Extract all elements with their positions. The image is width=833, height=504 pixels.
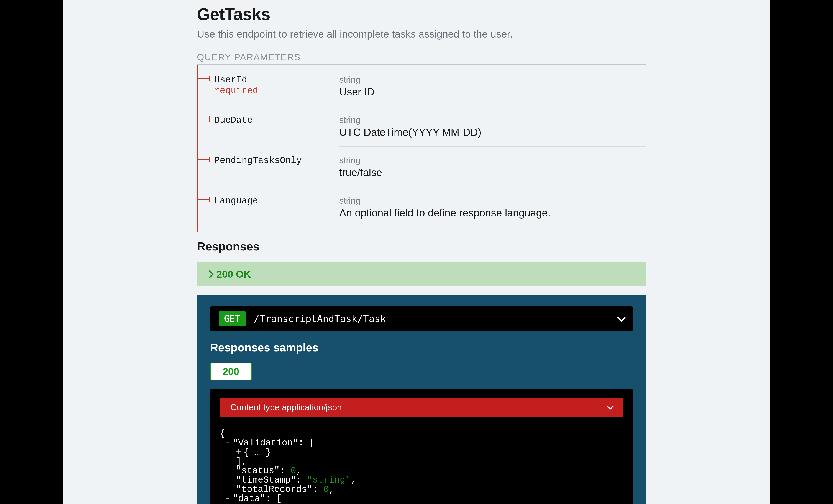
query-params-list: UserId required string User ID DueDate s… — [197, 65, 646, 227]
param-tree-tick — [197, 119, 209, 120]
json-key: "data" — [233, 494, 265, 504]
param-detail-col: string true/false — [339, 155, 646, 187]
content-type-label: Content type application/json — [230, 403, 608, 412]
param-name: Language — [214, 196, 339, 206]
json-string: "string" — [307, 475, 351, 485]
param-name-col: PendingTasksOnly — [197, 155, 339, 166]
chevron-down-icon — [617, 313, 626, 322]
param-row: PendingTasksOnly string true/false — [197, 147, 646, 187]
param-type: string — [339, 155, 646, 165]
param-name-col: UserId required — [197, 75, 339, 96]
param-required-label: required — [214, 86, 339, 96]
json-key: "timeStamp" — [236, 475, 296, 485]
response-200-row[interactable]: 200 OK — [197, 262, 646, 287]
json-key: "totalRecords" — [236, 484, 313, 495]
json-number: 0 — [324, 484, 329, 495]
param-row: UserId required string User ID — [197, 65, 646, 106]
page-title: GetTasks — [197, 4, 646, 24]
endpoint-path: /TranscriptAndTask/Task — [254, 313, 610, 324]
json-sample: { -"Validation": [ +{ … } ], "status": 0… — [219, 429, 623, 504]
code-panel: Content type application/json { -"Valida… — [210, 389, 633, 504]
param-name: DueDate — [214, 115, 339, 125]
param-desc: UTC DateTime(YYYY-MM-DD) — [339, 126, 646, 138]
param-desc: An optional field to define response lan… — [339, 207, 646, 219]
doc-page: GetTasks Use this endpoint to retrieve a… — [63, 0, 770, 504]
param-tree-tick — [197, 78, 209, 79]
json-key: "status" — [236, 465, 280, 476]
tab-200[interactable]: 200 — [210, 363, 252, 380]
param-tree-tick — [197, 199, 209, 200]
param-desc: User ID — [339, 86, 646, 98]
param-name: PendingTasksOnly — [214, 155, 339, 166]
param-detail-col: string User ID — [339, 75, 646, 106]
param-row: Language string An optional field to def… — [197, 187, 646, 227]
json-key: "Validation" — [233, 438, 298, 448]
content-column: GetTasks Use this endpoint to retrieve a… — [197, 4, 646, 504]
param-type: string — [339, 75, 646, 85]
json-number: 0 — [291, 465, 296, 476]
json-collapsed[interactable]: { … } — [244, 503, 271, 504]
param-name: UserId — [214, 75, 339, 85]
param-detail-col: string An optional field to define respo… — [339, 196, 646, 227]
param-name-col: DueDate — [197, 115, 339, 125]
json-collapsed[interactable]: { … } — [244, 447, 271, 458]
param-row: DueDate string UTC DateTime(YYYY-MM-DD) — [197, 106, 646, 147]
param-type: string — [339, 115, 646, 125]
param-desc: true/false — [339, 167, 646, 178]
http-method-badge: GET — [219, 311, 245, 326]
param-name-col: Language — [197, 196, 339, 206]
chevron-down-icon — [607, 403, 614, 410]
param-tree-tick — [197, 159, 209, 160]
samples-title: Responses samples — [210, 341, 633, 354]
samples-panel: GET /TranscriptAndTask/Task Responses sa… — [197, 295, 646, 504]
response-200-label: 200 OK — [216, 268, 251, 280]
chevron-right-icon — [206, 270, 214, 278]
query-params-label: QUERY PARAMETERS — [197, 52, 646, 65]
endpoint-bar[interactable]: GET /TranscriptAndTask/Task — [210, 307, 633, 331]
content-type-dropdown[interactable]: Content type application/json — [219, 398, 623, 417]
responses-heading: Responses — [197, 240, 646, 253]
page-description: Use this endpoint to retrieve all incomp… — [197, 28, 646, 40]
param-detail-col: string UTC DateTime(YYYY-MM-DD) — [339, 115, 646, 147]
param-type: string — [339, 196, 646, 206]
